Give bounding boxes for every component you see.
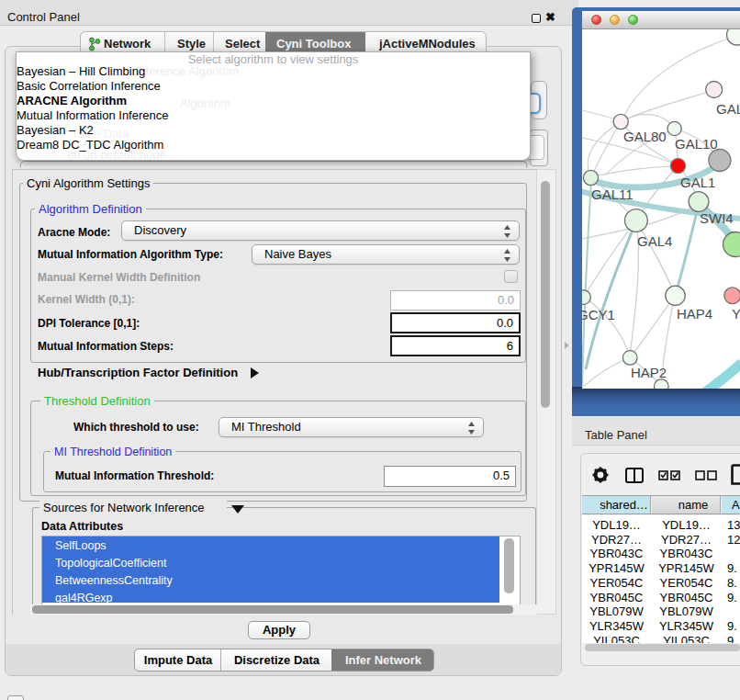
svg-text:HAP2: HAP2 bbox=[631, 365, 667, 380]
svg-text:GAL1: GAL1 bbox=[680, 175, 715, 190]
svg-text:GAL7: GAL7 bbox=[716, 101, 740, 117]
svg-text:GAL80: GAL80 bbox=[623, 129, 667, 144]
svg-text:GCY1: GCY1 bbox=[582, 307, 615, 322]
svg-text:GAL11: GAL11 bbox=[591, 186, 633, 202]
svg-text:HAP4: HAP4 bbox=[677, 306, 712, 322]
svg-text:SWI4: SWI4 bbox=[700, 210, 734, 226]
svg-text:YJ: YJ bbox=[732, 306, 740, 322]
svg-text:GAL4: GAL4 bbox=[637, 233, 672, 249]
svg-text:GAL10: GAL10 bbox=[675, 136, 718, 152]
